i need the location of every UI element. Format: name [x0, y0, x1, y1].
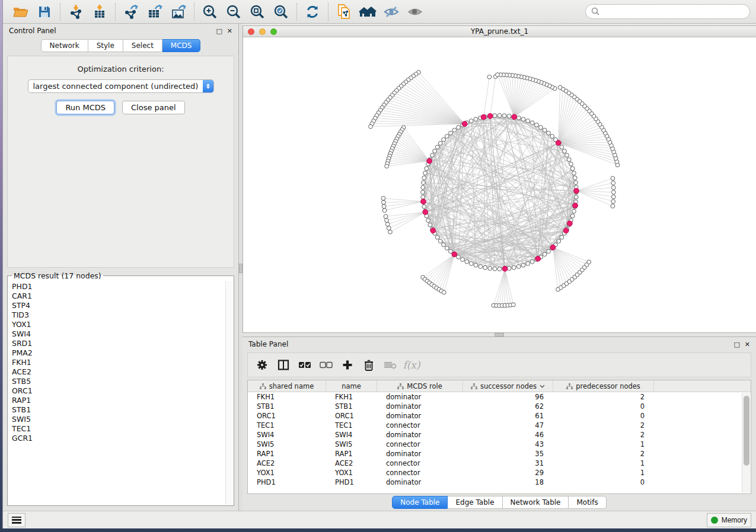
- result-item[interactable]: PMA2: [12, 348, 225, 358]
- zoom-selected-button[interactable]: [269, 2, 293, 22]
- ring-node[interactable]: [560, 235, 564, 239]
- ring-node[interactable]: [574, 195, 578, 199]
- ring-node[interactable]: [565, 153, 569, 158]
- mcds-hub-node[interactable]: [573, 203, 578, 209]
- leaf-node[interactable]: [611, 195, 615, 199]
- check-all-columns-button[interactable]: [295, 355, 314, 374]
- ring-node[interactable]: [539, 126, 543, 130]
- float-panel-icon[interactable]: □: [216, 28, 222, 34]
- mcds-hub-node[interactable]: [502, 266, 508, 271]
- zoom-out-button[interactable]: [222, 2, 245, 22]
- table-body[interactable]: FKH1FKH1dominator962STB1STB1dominator620…: [248, 392, 751, 493]
- ring-node[interactable]: [521, 117, 525, 121]
- run-mcds-button[interactable]: Run MCDS: [56, 101, 114, 114]
- result-item[interactable]: STP4: [12, 301, 225, 310]
- result-item[interactable]: ACE2: [12, 367, 225, 377]
- ring-node[interactable]: [550, 134, 554, 139]
- add-column-button[interactable]: [338, 355, 357, 374]
- tab-edge-table[interactable]: Edge Table: [448, 496, 502, 509]
- ring-node[interactable]: [557, 239, 561, 243]
- leaf-node[interactable]: [511, 303, 515, 307]
- ring-node[interactable]: [570, 166, 575, 171]
- leaf-node[interactable]: [611, 181, 615, 185]
- export-table-button[interactable]: [143, 2, 167, 22]
- mcds-hub-node[interactable]: [421, 199, 426, 204]
- column-header-name[interactable]: name: [326, 380, 377, 392]
- mcds-hub-node[interactable]: [535, 256, 541, 261]
- result-item[interactable]: SRD1: [12, 339, 225, 348]
- toggle-columns-button[interactable]: [274, 355, 293, 374]
- float-panel-icon[interactable]: □: [733, 341, 739, 348]
- tab-style[interactable]: Style: [88, 39, 123, 52]
- zoom-in-button[interactable]: [198, 2, 222, 22]
- ring-node[interactable]: [421, 195, 425, 199]
- ring-node[interactable]: [457, 126, 461, 130]
- result-item[interactable]: SWI4: [12, 329, 225, 339]
- column-header-successor-nodes[interactable]: successor nodes: [463, 380, 553, 392]
- leaf-node[interactable]: [611, 185, 615, 190]
- leaf-node[interactable]: [381, 196, 385, 200]
- network-canvas[interactable]: [243, 37, 756, 332]
- ring-node[interactable]: [493, 267, 497, 271]
- leaf-node[interactable]: [384, 214, 388, 219]
- tab-select[interactable]: Select: [123, 39, 162, 52]
- ring-node[interactable]: [438, 141, 442, 145]
- mcds-hub-node[interactable]: [550, 245, 556, 250]
- ring-node[interactable]: [445, 134, 449, 139]
- ring-node[interactable]: [433, 149, 437, 153]
- leaf-node[interactable]: [388, 230, 393, 234]
- ring-node[interactable]: [497, 267, 502, 271]
- table-options-gear-button[interactable]: [253, 355, 272, 374]
- ring-node[interactable]: [572, 209, 576, 213]
- ring-node[interactable]: [573, 176, 577, 180]
- ring-node[interactable]: [572, 171, 576, 175]
- close-panel-icon[interactable]: ✕: [227, 28, 232, 34]
- table-row[interactable]: SWI4SWI4dominator462: [248, 430, 751, 440]
- ring-node[interactable]: [442, 137, 446, 142]
- ring-node[interactable]: [547, 249, 551, 254]
- ring-node[interactable]: [421, 190, 425, 194]
- ring-node[interactable]: [526, 119, 530, 123]
- table-row[interactable]: RAP1RAP1dominator352: [248, 449, 751, 459]
- ring-node[interactable]: [474, 117, 478, 121]
- import-network-button[interactable]: [64, 2, 88, 22]
- ring-node[interactable]: [421, 185, 425, 190]
- tab-mcds[interactable]: MCDS: [162, 39, 201, 52]
- ring-node[interactable]: [547, 131, 551, 135]
- mcds-hub-node[interactable]: [427, 158, 432, 164]
- leaf-node[interactable]: [587, 260, 591, 264]
- close-panel-button[interactable]: Close panel: [122, 101, 185, 114]
- result-item[interactable]: STB1: [12, 405, 225, 415]
- leaf-node[interactable]: [385, 222, 390, 226]
- ring-node[interactable]: [530, 121, 534, 125]
- ring-node[interactable]: [516, 116, 521, 120]
- ring-node[interactable]: [445, 246, 449, 251]
- ring-node[interactable]: [428, 223, 432, 227]
- result-list-scrollbar[interactable]: [225, 281, 233, 505]
- table-row[interactable]: ORC1ORC1dominator610: [248, 411, 751, 421]
- ring-node[interactable]: [435, 145, 439, 149]
- result-item[interactable]: GCR1: [12, 434, 225, 443]
- leaf-node[interactable]: [496, 73, 500, 77]
- ring-node[interactable]: [422, 204, 426, 209]
- table-row[interactable]: YOX1YOX1connector291: [248, 468, 751, 477]
- ring-node[interactable]: [483, 265, 487, 270]
- result-item[interactable]: YOX1: [12, 320, 225, 329]
- import-table-button[interactable]: [88, 2, 111, 22]
- delete-column-button[interactable]: [359, 355, 378, 374]
- ring-node[interactable]: [438, 239, 442, 243]
- ring-node[interactable]: [543, 252, 547, 257]
- table-row[interactable]: PHD1PHD1dominator180: [248, 477, 751, 487]
- result-item[interactable]: ORC1: [12, 386, 225, 396]
- leaf-node[interactable]: [442, 290, 446, 294]
- result-item[interactable]: STB5: [12, 377, 225, 386]
- result-item[interactable]: PHD1: [12, 282, 225, 291]
- ring-node[interactable]: [502, 114, 506, 118]
- leaf-node[interactable]: [385, 219, 389, 223]
- mcds-hub-node[interactable]: [452, 252, 457, 257]
- task-history-button[interactable]: [8, 513, 25, 527]
- result-item[interactable]: RAP1: [12, 396, 225, 405]
- ring-node[interactable]: [449, 131, 453, 135]
- zoom-fit-button[interactable]: [245, 2, 269, 22]
- hide-selected-button[interactable]: [379, 2, 403, 22]
